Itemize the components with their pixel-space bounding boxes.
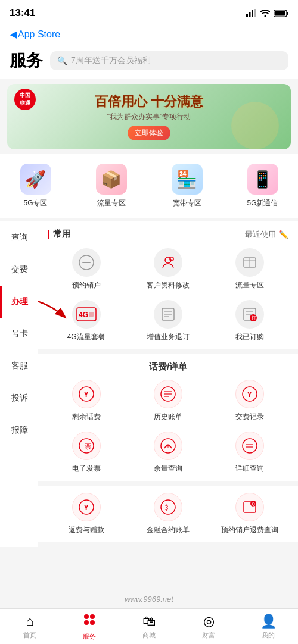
svg-rect-2	[252, 10, 253, 17]
quick-5g-label: 5G专区	[23, 198, 47, 208]
quota-query-icon	[154, 432, 182, 460]
service-purchased[interactable]: 订 我已订购	[212, 300, 288, 342]
prebook-cancel-label: 预约销户	[72, 280, 101, 290]
service-customer-info[interactable]: ✎ 客户资料修改	[129, 248, 206, 290]
svg-text:₿: ₿	[165, 504, 169, 511]
svg-point-51	[90, 614, 95, 619]
tab-bar: ⌂ 首页 服务 🛍 商城 ◎ 财富 👤 我的	[0, 608, 298, 644]
history-bill-icon	[154, 380, 182, 408]
sidebar-item-complaint[interactable]: 投诉	[0, 382, 38, 414]
unicom-logo: 中国联通	[14, 89, 36, 110]
svg-text:票: 票	[85, 443, 91, 450]
tab-mine[interactable]: 👤 我的	[238, 609, 298, 644]
status-time: 13:41	[10, 7, 35, 19]
prebook-cancel-icon	[72, 248, 101, 277]
page-header: 服务 🔍 7周年送千万会员福利	[0, 45, 298, 79]
detail-query-label: 详细查询	[235, 464, 264, 474]
tab-shop[interactable]: 🛍 商城	[119, 609, 179, 644]
tab-shop-label: 商城	[142, 631, 156, 640]
4g-plan-label: 4G流量套餐	[67, 332, 105, 342]
recent-label: 最近使用 ✏️	[245, 229, 288, 240]
bill-service-grid: ¥ 剩余话费 历史账单	[48, 380, 288, 474]
e-invoice-icon: 票	[72, 432, 101, 460]
banner-decoration	[231, 102, 279, 149]
sidebar-item-pay[interactable]: 交费	[0, 254, 38, 286]
quick-access-grid: 🚀 5G专区 📦 流量专区 🏪 宽带专区 📱 5G新通信	[0, 154, 298, 218]
quick-5g[interactable]: 🚀 5G专区	[0, 161, 71, 211]
quick-flow[interactable]: 📦 流量专区	[76, 161, 147, 211]
promo-banner[interactable]: 中国联通 百倍用心 十分满意 "我为群众办实事"专项行动 立即体验	[7, 84, 291, 149]
return-service-grid: ¥ 返费与赠款 ₿ 金融合约账单	[48, 493, 288, 535]
svg-rect-1	[249, 12, 251, 17]
tab-wealth[interactable]: ◎ 财富	[179, 609, 238, 644]
page-title: 服务	[10, 49, 43, 72]
svg-text:¥: ¥	[84, 503, 89, 512]
banner-button[interactable]: 立即体验	[128, 126, 170, 140]
svg-rect-6	[275, 11, 285, 15]
svg-text:✎: ✎	[170, 257, 174, 261]
service-vas-cancel[interactable]: 增值业务退订	[129, 300, 206, 342]
service-quota-query[interactable]: 余量查询	[129, 432, 206, 474]
e-invoice-label: 电子发票	[72, 464, 101, 474]
return-fee-icon: ¥	[72, 493, 101, 521]
service-detail-query[interactable]: 详细查询	[212, 432, 288, 474]
search-icon: 🔍	[57, 56, 67, 65]
shop-icon: 🛍	[142, 614, 156, 629]
sidebar-item-handle[interactable]: 办理	[0, 286, 38, 318]
quick-broadband[interactable]: 🏪 宽带专区	[151, 161, 222, 211]
quick-broadband-label: 宽带专区	[173, 198, 201, 208]
service-history-bill[interactable]: 历史账单	[129, 380, 206, 422]
service-e-invoice[interactable]: 票 电子发票	[48, 432, 125, 474]
service-4g-plan[interactable]: 4G 4G流量套餐	[48, 300, 125, 342]
broadband-icon: 🏪	[172, 164, 203, 195]
sidebar-item-simcard[interactable]: 号卡	[0, 318, 38, 350]
home-icon: ⌂	[26, 614, 33, 629]
service-balance[interactable]: ¥ 剩余话费	[48, 380, 125, 422]
wifi-icon	[260, 10, 270, 17]
tab-service-label: 服务	[83, 632, 96, 641]
sidebar-item-repair[interactable]: 报障	[0, 414, 38, 446]
cancel-refund-icon: Q	[235, 493, 264, 521]
sidebar: 查询 交费 办理 号卡 客服 投诉 报障	[0, 221, 38, 547]
customer-info-icon: ✎	[154, 248, 182, 277]
purchased-icon: 订	[235, 300, 264, 329]
svg-text:订: 订	[252, 315, 256, 321]
svg-point-52	[84, 620, 89, 625]
back-button[interactable]: ◀ App Store	[10, 29, 60, 40]
balance-icon: ¥	[72, 380, 101, 408]
svg-point-39	[166, 444, 170, 448]
bill-section-title: 话费/详单	[48, 361, 288, 373]
quick-5gnew[interactable]: 📱 5G新通信	[227, 161, 298, 211]
tab-home[interactable]: ⌂ 首页	[0, 609, 60, 644]
svg-rect-17	[89, 312, 94, 317]
svg-text:¥: ¥	[247, 390, 252, 399]
search-bar[interactable]: 🔍 7周年送千万会员福利	[50, 51, 288, 70]
4g-plan-icon: 4G	[72, 300, 101, 329]
banner-title: 百倍用心 十分满意	[95, 93, 203, 111]
svg-text:Q: Q	[252, 502, 256, 507]
quick-flow-label: 流量专区	[97, 198, 126, 208]
nav-bar: ◀ App Store	[0, 26, 298, 45]
common-section: 常用 最近使用 ✏️ 预约销户	[38, 221, 298, 349]
service-pay-record[interactable]: ¥ 交费记录	[212, 380, 288, 422]
back-arrow-icon: ◀	[10, 29, 17, 40]
contract-bill-label: 金融合约账单	[147, 525, 190, 535]
edit-icon[interactable]: ✏️	[278, 230, 288, 239]
battery-icon	[274, 10, 288, 17]
service-cancel-refund[interactable]: Q 预约销户退费查询	[212, 493, 288, 535]
service-contract-bill[interactable]: ₿ 金融合约账单	[129, 493, 206, 535]
tab-service[interactable]: 服务	[60, 609, 119, 644]
purchased-label: 我已订购	[235, 332, 264, 342]
svg-point-50	[84, 614, 89, 619]
service-return-fee[interactable]: ¥ 返费与赠款	[48, 493, 125, 535]
5gnew-icon: 📱	[247, 164, 278, 195]
service-prebook-cancel[interactable]: 预约销户	[48, 248, 125, 290]
common-service-grid: 预约销户 ✎ 客户资料修改	[48, 248, 288, 342]
svg-point-40	[243, 439, 257, 453]
sidebar-item-query[interactable]: 查询	[0, 221, 38, 254]
sidebar-item-service[interactable]: 客服	[0, 350, 38, 382]
flow-zone-label: 流量专区	[235, 280, 264, 290]
svg-text:4G: 4G	[79, 311, 88, 319]
service-flow-zone[interactable]: 流量专区	[212, 248, 288, 290]
flow-icon: 📦	[96, 164, 127, 195]
